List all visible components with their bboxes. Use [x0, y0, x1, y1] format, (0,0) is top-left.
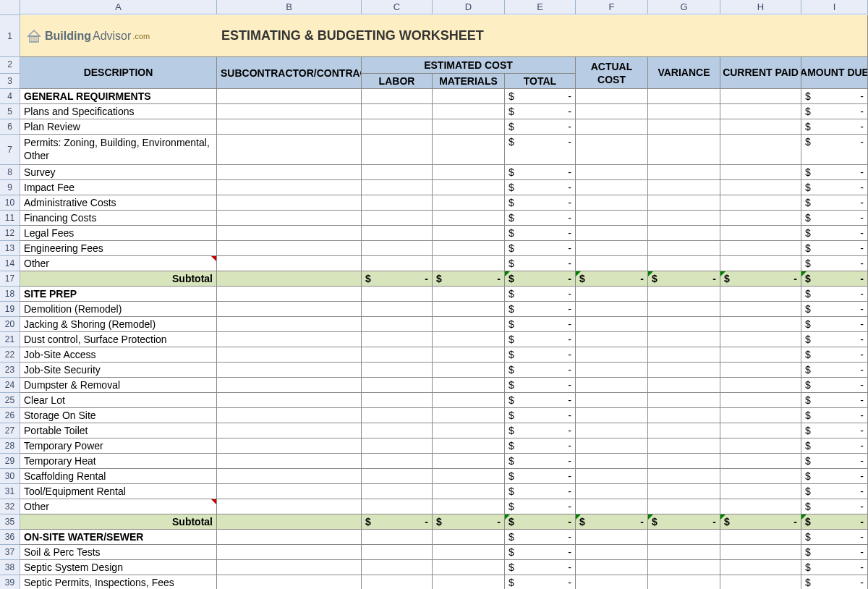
empty-cell[interactable] — [576, 408, 648, 423]
description-cell[interactable]: Septic System Design — [20, 560, 217, 575]
col-header-H[interactable]: H — [720, 0, 801, 14]
money-cell[interactable]: $- — [505, 302, 576, 317]
empty-cell[interactable] — [648, 241, 720, 256]
empty-cell[interactable] — [362, 393, 433, 408]
money-cell[interactable]: $- — [648, 514, 720, 530]
empty-cell[interactable] — [720, 104, 801, 119]
empty-cell[interactable] — [217, 514, 362, 530]
row-header-29[interactable]: 29 — [0, 454, 20, 469]
money-cell[interactable]: $- — [505, 484, 576, 499]
empty-cell[interactable] — [648, 317, 720, 332]
money-cell[interactable]: $- — [801, 226, 868, 241]
description-cell[interactable]: Soil & Perc Tests — [20, 545, 217, 560]
money-cell[interactable]: $- — [505, 271, 576, 287]
empty-cell[interactable] — [217, 530, 362, 545]
description-cell[interactable]: Dust control, Surface Protection — [20, 332, 217, 347]
empty-cell[interactable] — [217, 545, 362, 560]
money-cell[interactable]: $- — [362, 271, 433, 287]
empty-cell[interactable] — [648, 211, 720, 226]
money-cell[interactable]: $- — [801, 347, 868, 363]
empty-cell[interactable] — [217, 484, 362, 499]
money-cell[interactable]: $- — [801, 317, 868, 332]
row-header-21[interactable]: 21 — [0, 332, 20, 347]
empty-cell[interactable] — [362, 438, 433, 454]
empty-cell[interactable] — [362, 499, 433, 514]
empty-cell[interactable] — [433, 347, 505, 363]
empty-cell[interactable] — [576, 545, 648, 560]
empty-cell[interactable] — [433, 408, 505, 423]
empty-cell[interactable] — [720, 180, 801, 195]
empty-cell[interactable] — [217, 438, 362, 454]
row-header-27[interactable]: 27 — [0, 423, 20, 438]
money-cell[interactable]: $- — [648, 271, 720, 287]
description-cell[interactable]: Dumpster & Removal — [20, 378, 217, 393]
empty-cell[interactable] — [433, 180, 505, 195]
empty-cell[interactable] — [720, 575, 801, 589]
empty-cell[interactable] — [433, 317, 505, 332]
money-cell[interactable]: $- — [801, 423, 868, 438]
empty-cell[interactable] — [362, 545, 433, 560]
money-cell[interactable]: $- — [505, 393, 576, 408]
row-header-3[interactable]: 3 — [0, 74, 20, 89]
empty-cell[interactable] — [648, 454, 720, 469]
row-header-14[interactable]: 14 — [0, 256, 20, 271]
col-header-G[interactable]: G — [648, 0, 720, 14]
money-cell[interactable]: $- — [505, 317, 576, 332]
empty-cell[interactable] — [720, 302, 801, 317]
empty-cell[interactable] — [720, 438, 801, 454]
empty-cell[interactable] — [217, 332, 362, 347]
empty-cell[interactable] — [217, 256, 362, 271]
empty-cell[interactable] — [362, 332, 433, 347]
money-cell[interactable]: $- — [801, 484, 868, 499]
empty-cell[interactable] — [433, 211, 505, 226]
header-current-paid[interactable]: CURRENT PAID — [720, 57, 801, 89]
money-cell[interactable]: $- — [801, 378, 868, 393]
money-cell[interactable]: $- — [505, 165, 576, 180]
empty-cell[interactable] — [362, 347, 433, 363]
empty-cell[interactable] — [720, 119, 801, 135]
description-cell[interactable]: SITE PREP — [20, 287, 217, 302]
empty-cell[interactable] — [362, 317, 433, 332]
description-cell[interactable]: Demolition (Remodel) — [20, 302, 217, 317]
row-header-31[interactable]: 31 — [0, 484, 20, 499]
row-header-17[interactable]: 17 — [0, 271, 20, 287]
empty-cell[interactable] — [720, 165, 801, 180]
description-cell[interactable]: Jacking & Shoring (Remodel) — [20, 317, 217, 332]
description-cell[interactable]: Plans and Specifications — [20, 104, 217, 119]
empty-cell[interactable] — [576, 393, 648, 408]
money-cell[interactable]: $- — [505, 560, 576, 575]
empty-cell[interactable] — [648, 530, 720, 545]
money-cell[interactable]: $- — [505, 89, 576, 104]
row-header-11[interactable]: 11 — [0, 211, 20, 226]
money-cell[interactable]: $- — [801, 530, 868, 545]
col-header-E[interactable]: E — [505, 0, 576, 14]
money-cell[interactable]: $- — [505, 454, 576, 469]
col-header-F[interactable]: F — [576, 0, 648, 14]
money-cell[interactable]: $- — [801, 165, 868, 180]
empty-cell[interactable] — [433, 89, 505, 104]
empty-cell[interactable] — [362, 241, 433, 256]
description-cell[interactable]: Legal Fees — [20, 226, 217, 241]
row-header-5[interactable]: 5 — [0, 104, 20, 119]
empty-cell[interactable] — [720, 484, 801, 499]
row-header-38[interactable]: 38 — [0, 560, 20, 575]
money-cell[interactable]: $- — [505, 469, 576, 484]
empty-cell[interactable] — [433, 104, 505, 119]
money-cell[interactable]: $- — [801, 408, 868, 423]
empty-cell[interactable] — [362, 378, 433, 393]
empty-cell[interactable] — [362, 180, 433, 195]
header-variance[interactable]: VARIANCE — [648, 57, 720, 89]
row-header-13[interactable]: 13 — [0, 241, 20, 256]
empty-cell[interactable] — [217, 180, 362, 195]
empty-cell[interactable] — [720, 545, 801, 560]
empty-cell[interactable] — [433, 241, 505, 256]
empty-cell[interactable] — [433, 256, 505, 271]
empty-cell[interactable] — [362, 226, 433, 241]
empty-cell[interactable] — [576, 195, 648, 211]
empty-cell[interactable] — [433, 332, 505, 347]
empty-cell[interactable] — [433, 545, 505, 560]
col-header-I[interactable]: I — [801, 0, 868, 14]
money-cell[interactable]: $- — [801, 211, 868, 226]
money-cell[interactable]: $- — [505, 211, 576, 226]
empty-cell[interactable] — [217, 469, 362, 484]
